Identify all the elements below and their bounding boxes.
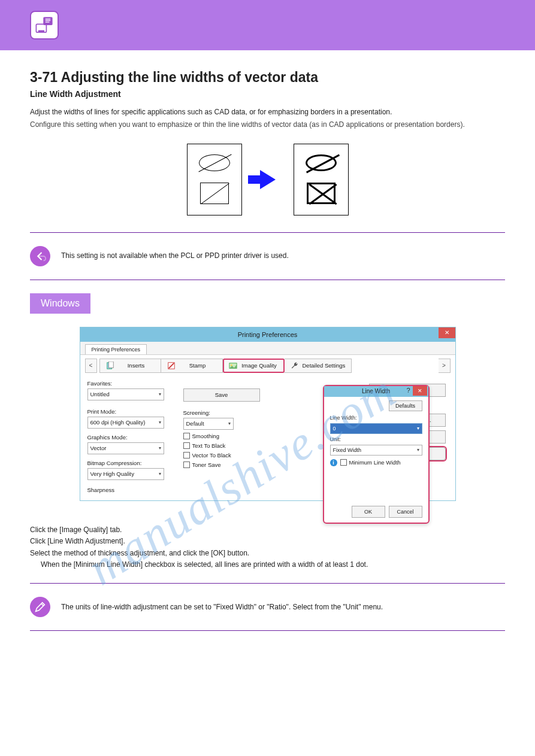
unit-label: Unit: [330,436,422,442]
dialog-title: Line Width [362,388,390,394]
toolbar-next-button[interactable]: > [439,359,451,373]
image-quality-icon [229,362,237,370]
graphics-mode-select[interactable]: Vector ▾ [87,442,164,454]
printer-driver-icon [34,15,55,35]
smoothing-checkbox[interactable]: Smoothing [183,433,279,439]
category-toolbar: < Inserts Stamp Image Quality Detailed S… [80,355,455,377]
checkbox-label: Smoothing [192,433,219,439]
minimum-line-width-checkbox[interactable]: Minimum Line Width [340,459,401,466]
checkbox-label: Vector To Black [192,452,231,459]
sharpness-label: Sharpness [87,487,183,493]
chevron-down-icon: ▾ [159,471,161,476]
bold-rect-icon [307,183,335,204]
tab-label: Detailed Settings [303,362,346,369]
header-bar [0,0,535,50]
svg-rect-2 [43,17,52,25]
svg-rect-7 [108,362,113,368]
bold-ellipse-icon [306,154,337,171]
chevron-down-icon: ▾ [159,445,161,451]
stamp-icon [167,362,176,370]
dialog-cancel-button[interactable]: Cancel [389,506,422,518]
select-value: Fixed Width [333,447,362,453]
intro-line-1: Adjust the widths of lines for specific … [30,107,505,117]
favorites-label: Favorites: [87,380,183,387]
checkbox-icon [183,452,190,459]
pencil-note-icon [30,597,50,617]
chevron-down-icon: ▾ [417,447,419,453]
chevron-down-icon: ▾ [159,420,161,425]
info-icon: i [330,459,337,466]
toolbar-prev-button[interactable]: < [85,359,97,373]
intro-line-2: Configure this setting when you want to … [30,120,505,130]
chevron-down-icon: ▾ [228,421,231,426]
thin-rect-icon [200,183,229,204]
select-value: 0 [333,426,336,432]
svg-rect-1 [38,31,44,32]
select-value: Very High Quality [90,470,134,477]
chevron-down-icon: ▾ [417,426,419,431]
checkbox-icon [340,459,347,466]
tab-detailed-settings[interactable]: Detailed Settings [285,359,352,373]
back-note-icon [30,246,50,266]
screening-select[interactable]: Default ▾ [183,418,234,430]
select-value: Vector [90,445,107,451]
toner-save-checkbox[interactable]: Toner Save [183,462,279,468]
dialog-ok-button[interactable]: OK [352,506,385,518]
checkbox-icon [183,433,190,439]
tab-printing-preferences[interactable]: Printing Preferences [85,344,147,354]
select-value: Untitled [90,391,110,397]
dialog-close-button[interactable]: ✕ [413,386,427,396]
window-titlebar[interactable]: Printing Preferences ✕ [80,327,455,342]
step-3: Select the method of thickness adjustmen… [30,548,505,558]
line-width-select[interactable]: 0 ▾ [330,423,422,434]
diagram-before [187,144,242,215]
screening-label: Screening: [183,409,279,416]
divider [30,232,505,233]
os-badge: Windows [30,293,90,314]
dialog-titlebar[interactable]: Line Width ? ✕ [324,386,428,397]
graphics-mode-label: Graphics Mode: [87,434,183,441]
window-close-button[interactable]: ✕ [439,327,455,338]
tab-image-quality[interactable]: Image Quality [223,359,285,373]
dialog-help-button[interactable]: ? [406,387,410,394]
checkbox-label: Toner Save [192,462,221,468]
tab-label: Inserts [118,362,155,369]
checkbox-label: Minimum Line Width [349,459,401,466]
vector-to-black-checkbox[interactable]: Vector To Black [183,452,279,459]
print-mode-select[interactable]: 600 dpi (High Quality) ▾ [87,417,164,429]
window-title: Printing Preferences [238,331,298,338]
step-3-sub: When the [Minimum Line Width] checkbox i… [41,560,505,570]
bitmap-compression-label: Bitmap Compression: [87,460,183,466]
checkbox-label: Text To Black [192,442,226,449]
window-tabstrip: Printing Preferences [80,342,455,355]
arrow-right-icon [260,170,276,189]
before-after-diagram [30,144,505,215]
divider [30,280,505,280]
text-to-black-checkbox[interactable]: Text To Black [183,442,279,449]
printing-preferences-window: Printing Preferences ✕ Printing Preferen… [80,327,456,501]
page-subtitle: Line Width Adjustment [30,89,505,99]
favorites-select[interactable]: Untitled ▾ [87,388,164,400]
step-2: Click [Line Width Adjustment]. [30,536,505,546]
line-width-dialog: Line Width ? ✕ Defaults Line Width: 0 ▾ … [323,385,430,524]
select-value: 600 dpi (High Quality) [90,419,146,426]
note-text-2: The units of line-width adjustment can b… [61,602,383,612]
wrench-icon [291,362,299,370]
tab-inserts[interactable]: Inserts [99,359,161,373]
unit-select[interactable]: Fixed Width ▾ [330,445,422,456]
checkbox-icon [183,462,190,468]
tab-label: Image Quality [241,362,278,369]
note-text-1: This setting is not available when the P… [61,251,289,261]
dialog-defaults-button[interactable]: Defaults [389,400,422,411]
save-button[interactable]: Save [183,388,260,402]
divider [30,583,505,584]
bitmap-compression-select[interactable]: Very High Quality ▾ [87,468,164,480]
thin-ellipse-icon [199,154,230,171]
step-1: Click the [Image Quality] tab. [30,525,505,535]
print-mode-label: Print Mode: [87,408,183,415]
section-logo [30,11,59,40]
inserts-icon [106,362,114,370]
tab-stamp[interactable]: Stamp [161,359,223,373]
svg-point-11 [231,365,232,366]
checkbox-icon [183,442,190,449]
